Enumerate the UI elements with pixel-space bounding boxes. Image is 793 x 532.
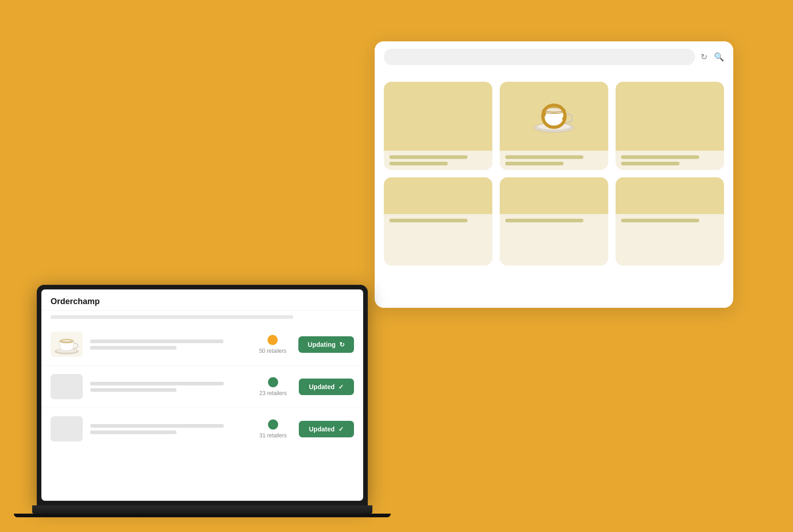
browser-card-center	[500, 82, 608, 170]
info-line-3b	[90, 430, 177, 434]
card-line-1	[389, 155, 468, 159]
checkmark-icon-3: ✓	[338, 425, 344, 433]
info-line-2a	[90, 382, 224, 385]
laptop-base	[32, 505, 372, 514]
browser-card-3	[616, 82, 724, 170]
product-status-3: 31 retailers	[255, 419, 291, 439]
card3-line-2	[621, 162, 679, 165]
browser-window: ↻ 🔍	[375, 41, 733, 308]
browser-toolbar: ↻ 🔍	[375, 41, 733, 73]
info-line-2b	[90, 388, 177, 392]
card-image-4	[384, 177, 492, 214]
screen-header: Orderchamp	[41, 289, 363, 311]
card6-line-1	[621, 219, 699, 222]
retailers-count-1: 50 retailers	[259, 348, 286, 354]
sync-icon-overlay	[538, 100, 570, 132]
status-dot-2	[268, 377, 278, 387]
browser-card-1	[384, 82, 492, 170]
browser-card-4	[384, 177, 492, 266]
product-list: 50 retailers Updating ↻	[41, 323, 363, 450]
search-icon[interactable]: 🔍	[714, 52, 724, 62]
product-info-3	[90, 424, 247, 434]
browser-address-bar[interactable]	[384, 49, 695, 65]
card-image-6	[616, 177, 724, 214]
product-row-1: 50 retailers Updating ↻	[41, 323, 363, 366]
center-line-1	[505, 155, 583, 159]
card-text-4	[384, 214, 492, 227]
card-text-5	[500, 214, 608, 227]
product-row-2: 23 retailers Updated ✓	[41, 366, 363, 408]
updating-label-1: Updating	[308, 341, 336, 348]
card4-line-1	[389, 219, 468, 222]
product-status-2: 23 retailers	[255, 377, 291, 396]
updating-icon-1: ↻	[339, 341, 345, 348]
card-image-1	[384, 82, 492, 151]
center-line-2	[505, 162, 564, 165]
checkmark-icon-2: ✓	[338, 383, 344, 391]
updating-button-1[interactable]: Updating ↻	[298, 336, 354, 353]
browser-card-5	[500, 177, 608, 266]
info-line-3a	[90, 424, 224, 428]
sync-icon-svg	[539, 102, 569, 131]
product-cup-svg-1	[53, 333, 80, 356]
screen-search	[41, 311, 363, 323]
product-image-1	[51, 332, 83, 357]
updated-label-3: Updated	[309, 425, 335, 433]
browser-content	[375, 73, 733, 275]
card-image-3	[616, 82, 724, 151]
card-image-5	[500, 177, 608, 214]
product-row-3: 31 retailers Updated ✓	[41, 408, 363, 450]
card5-line-1	[505, 219, 583, 222]
info-line-1a	[90, 340, 223, 343]
laptop-screen-wrapper: Orderchamp	[37, 285, 368, 505]
card3-line-1	[621, 155, 699, 159]
updated-label-2: Updated	[309, 383, 335, 391]
status-dot-1	[268, 335, 278, 345]
card-text-1	[384, 151, 492, 170]
svg-point-13	[62, 340, 72, 342]
product-info-1	[90, 340, 247, 350]
app-title: Orderchamp	[51, 297, 354, 306]
card-center-image	[500, 82, 608, 151]
laptop-container: Orderchamp	[37, 285, 368, 514]
product-status-1: 50 retailers	[254, 335, 291, 354]
coffee-cup-container	[531, 98, 577, 135]
product-image-3	[51, 416, 83, 441]
card-line-2	[389, 162, 448, 165]
search-bar-visual	[51, 315, 293, 319]
updated-button-2[interactable]: Updated ✓	[299, 379, 354, 395]
info-line-1b	[90, 346, 177, 350]
product-info-2	[90, 382, 247, 392]
updated-button-3[interactable]: Updated ✓	[299, 421, 354, 437]
refresh-icon[interactable]: ↻	[701, 52, 707, 62]
laptop-screen: Orderchamp	[41, 289, 363, 501]
card-center-text	[500, 151, 608, 170]
status-dot-3	[268, 419, 278, 430]
browser-card-6	[616, 177, 724, 266]
card-text-6	[616, 214, 724, 227]
product-image-2	[51, 374, 83, 399]
retailers-count-2: 23 retailers	[259, 390, 286, 396]
retailers-count-3: 31 retailers	[259, 432, 286, 439]
browser-icons: ↻ 🔍	[701, 52, 724, 62]
card-text-3	[616, 151, 724, 170]
